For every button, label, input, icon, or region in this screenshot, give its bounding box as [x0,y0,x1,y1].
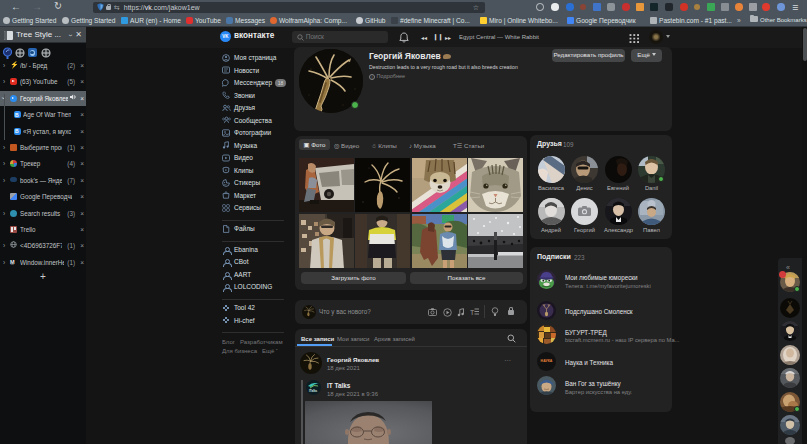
svg-text:T: T [470,308,475,315]
svg-text:ITalks: ITalks [309,389,318,393]
